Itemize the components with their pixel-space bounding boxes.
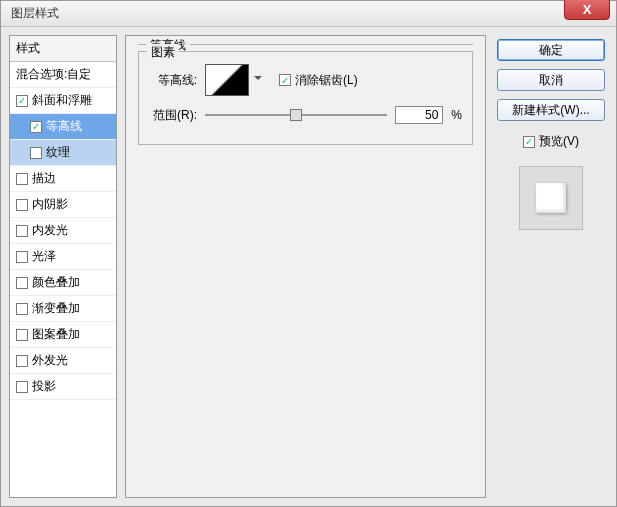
check-icon — [30, 147, 42, 159]
check-icon — [16, 225, 28, 237]
style-item-label: 图案叠加 — [32, 326, 80, 343]
check-icon — [16, 355, 28, 367]
check-icon — [16, 303, 28, 315]
style-item-3[interactable]: 纹理 — [10, 140, 116, 166]
ok-button[interactable]: 确定 — [497, 39, 605, 61]
style-item-4[interactable]: 描边 — [10, 166, 116, 192]
contour-label: 等高线: — [149, 72, 197, 89]
range-input[interactable] — [395, 106, 443, 124]
style-item-1[interactable]: 斜面和浮雕 — [10, 88, 116, 114]
settings-panel: 等高线 图素 等高线: 消除锯齿(L) 范围(R): — [125, 35, 486, 498]
style-item-label: 外发光 — [32, 352, 68, 369]
window-title: 图层样式 — [11, 5, 59, 22]
preview-checkbox[interactable]: 预览(V) — [523, 133, 579, 150]
style-item-label: 投影 — [32, 378, 56, 395]
range-slider[interactable] — [205, 106, 387, 124]
check-icon — [16, 173, 28, 185]
style-item-label: 混合选项:自定 — [16, 66, 91, 83]
style-item-label: 纹理 — [46, 144, 70, 161]
contour-picker[interactable] — [205, 64, 249, 96]
style-item-9[interactable]: 渐变叠加 — [10, 296, 116, 322]
style-item-8[interactable]: 颜色叠加 — [10, 270, 116, 296]
check-icon — [16, 95, 28, 107]
style-item-0[interactable]: 混合选项:自定 — [10, 62, 116, 88]
check-icon — [16, 199, 28, 211]
check-icon — [16, 381, 28, 393]
style-item-6[interactable]: 内发光 — [10, 218, 116, 244]
new-style-button[interactable]: 新建样式(W)... — [497, 99, 605, 121]
contour-group: 等高线 图素 等高线: 消除锯齿(L) 范围(R): — [138, 44, 473, 145]
styles-header: 样式 — [10, 36, 116, 62]
elements-group: 图素 等高线: 消除锯齿(L) 范围(R): — [138, 51, 473, 145]
style-item-10[interactable]: 图案叠加 — [10, 322, 116, 348]
style-item-label: 光泽 — [32, 248, 56, 265]
style-item-5[interactable]: 内阴影 — [10, 192, 116, 218]
style-item-12[interactable]: 投影 — [10, 374, 116, 400]
antialias-label: 消除锯齿(L) — [295, 72, 358, 89]
preview-swatch — [519, 166, 583, 230]
dialog-body: 样式 混合选项:自定斜面和浮雕等高线纹理描边内阴影内发光光泽颜色叠加渐变叠加图案… — [1, 27, 616, 506]
style-item-label: 颜色叠加 — [32, 274, 80, 291]
range-row: 范围(R): % — [149, 106, 462, 124]
close-icon: X — [583, 2, 592, 17]
contour-row: 等高线: 消除锯齿(L) — [149, 64, 462, 96]
check-icon — [523, 136, 535, 148]
style-item-11[interactable]: 外发光 — [10, 348, 116, 374]
styles-panel: 样式 混合选项:自定斜面和浮雕等高线纹理描边内阴影内发光光泽颜色叠加渐变叠加图案… — [9, 35, 117, 498]
style-item-label: 描边 — [32, 170, 56, 187]
styles-list: 混合选项:自定斜面和浮雕等高线纹理描边内阴影内发光光泽颜色叠加渐变叠加图案叠加外… — [10, 62, 116, 497]
preview-inner — [536, 183, 566, 213]
style-item-2[interactable]: 等高线 — [10, 114, 116, 140]
style-item-label: 等高线 — [46, 118, 82, 135]
check-icon — [16, 329, 28, 341]
check-icon — [16, 277, 28, 289]
check-icon — [30, 121, 42, 133]
elements-group-label: 图素 — [147, 44, 179, 61]
layer-style-dialog: 图层样式 X 样式 混合选项:自定斜面和浮雕等高线纹理描边内阴影内发光光泽颜色叠… — [0, 0, 617, 507]
check-icon — [279, 74, 291, 86]
check-icon — [16, 251, 28, 263]
style-item-7[interactable]: 光泽 — [10, 244, 116, 270]
style-item-label: 渐变叠加 — [32, 300, 80, 317]
antialias-checkbox[interactable]: 消除锯齿(L) — [279, 72, 358, 89]
slider-thumb[interactable] — [290, 109, 302, 121]
range-unit: % — [451, 108, 462, 122]
action-panel: 确定 取消 新建样式(W)... 预览(V) — [494, 35, 608, 498]
range-label: 范围(R): — [149, 107, 197, 124]
style-item-label: 内发光 — [32, 222, 68, 239]
preview-label: 预览(V) — [539, 133, 579, 150]
style-item-label: 斜面和浮雕 — [32, 92, 92, 109]
close-button[interactable]: X — [564, 0, 610, 20]
cancel-button[interactable]: 取消 — [497, 69, 605, 91]
style-item-label: 内阴影 — [32, 196, 68, 213]
titlebar: 图层样式 X — [1, 1, 616, 27]
